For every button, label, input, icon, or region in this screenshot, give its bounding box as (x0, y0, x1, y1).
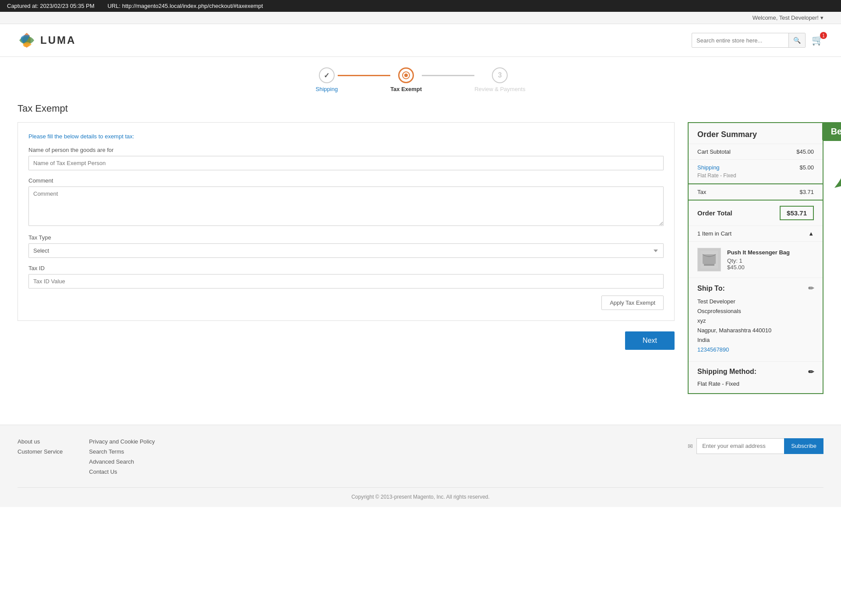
svg-rect-5 (704, 264, 714, 266)
subscribe-button[interactable]: Subscribe (784, 438, 823, 454)
active-step-icon (402, 71, 410, 79)
step-line-1 (338, 75, 390, 76)
tax-id-label: Tax ID (28, 265, 664, 271)
tax-line: Tax $3.71 (688, 183, 823, 201)
ship-address-line: Nagpur, Maharashtra 440010 (697, 326, 814, 335)
step-review-label: Review & Payments (474, 86, 525, 92)
footer-top: About us Customer Service Privacy and Co… (18, 438, 823, 479)
ship-name: Test Developer (697, 297, 814, 306)
step-shipping: ✓ Shipping (316, 67, 338, 92)
summary-relative: Order Summary Cart Subtotal $45.00 Shipp… (688, 122, 823, 394)
person-name-input[interactable] (28, 156, 664, 170)
newsletter-area: ✉ Subscribe (688, 438, 823, 454)
svg-line-6 (839, 144, 841, 183)
footer-links: About us Customer Service Privacy and Co… (18, 438, 155, 479)
search-button[interactable]: 🔍 (788, 33, 805, 47)
comment-label: Comment (28, 177, 664, 184)
newsletter-input[interactable] (696, 438, 784, 454)
footer-contact-link[interactable]: Contact Us (89, 468, 155, 475)
shipping-method-line: Flat Rate - Fixed (689, 172, 823, 183)
ship-to-title: Ship To: (697, 285, 725, 292)
footer-about-link[interactable]: About us (18, 438, 63, 445)
search-input[interactable] (692, 37, 788, 44)
footer-customer-service-link[interactable]: Customer Service (18, 448, 63, 455)
ship-company: Oscprofessionals (697, 306, 814, 316)
footer-col-1: About us Customer Service (18, 438, 63, 479)
next-btn-wrap: Next (18, 331, 675, 350)
footer: About us Customer Service Privacy and Co… (0, 425, 841, 507)
tax-type-label: Tax Type (28, 234, 664, 241)
cart-item-content: Push It Messenger Bag Qty: 1 $45.00 (689, 242, 823, 278)
before-badge: Before (822, 122, 841, 141)
footer-advanced-search-link[interactable]: Advanced Search (89, 458, 155, 465)
logo-icon (18, 31, 36, 49)
tax-id-input[interactable] (28, 274, 664, 289)
ship-country: India (697, 335, 814, 345)
product-qty: Qty: 1 (727, 257, 790, 264)
apply-btn-wrap: Apply Tax Exempt (28, 296, 664, 310)
product-info: Push It Messenger Bag Qty: 1 $45.00 (727, 249, 790, 271)
footer-bottom: Copyright © 2013-present Magento, Inc. A… (18, 487, 823, 500)
items-in-cart-label: 1 Item in Cart (697, 230, 731, 237)
step-taxexempt: Tax Exempt (390, 67, 422, 92)
product-name: Push It Messenger Bag (727, 249, 790, 256)
main-content: Please fill the below details to exempt … (0, 122, 841, 412)
ship-edit-icon[interactable]: ✏ (808, 284, 814, 292)
shipping-method-title-row: Shipping Method: ✏ (697, 368, 814, 376)
shipping-method-value: Flat Rate - Fixed (697, 380, 814, 387)
shipping-method-name: Flat Rate - Fixed (697, 172, 736, 179)
welcome-bar: Welcome, Test Developer! ▾ (0, 12, 841, 24)
capture-url: URL: http://magento245.local/index.php/c… (107, 3, 263, 9)
cart-subtotal-line: Cart Subtotal $45.00 (689, 144, 823, 160)
annotation-arrow (830, 140, 841, 192)
ship-phone[interactable]: 1234567890 (697, 345, 814, 355)
tax-exempt-form-wrap: Please fill the below details to exempt … (18, 122, 675, 350)
welcome-dropdown-icon[interactable]: ▾ (820, 14, 823, 21)
order-summary-title: Order Summary (689, 123, 823, 144)
svg-point-2 (404, 74, 408, 77)
footer-privacy-link[interactable]: Privacy and Cookie Policy (89, 438, 155, 445)
person-name-group: Name of person the goods are for (28, 147, 664, 170)
capture-timestamp: Captured at: 2023/02/23 05:35 PM (7, 3, 94, 9)
step-review: 3 Review & Payments (474, 67, 525, 92)
tax-type-select[interactable]: Select (28, 243, 664, 258)
apply-tax-exempt-button[interactable]: Apply Tax Exempt (601, 296, 664, 310)
person-name-label: Name of person the goods are for (28, 147, 664, 153)
comment-textarea[interactable] (28, 187, 664, 226)
main-header: LUMA 🔍 🛒 1 (0, 24, 841, 57)
form-instruction: Please fill the below details to exempt … (28, 133, 664, 140)
cart-toggle-icon: ▲ (808, 230, 814, 237)
cart-icon[interactable]: 🛒 1 (812, 35, 823, 46)
cart-subtotal-value: $45.00 (796, 148, 814, 155)
footer-col-2: Privacy and Cookie Policy Search Terms A… (89, 438, 155, 479)
ship-to-title-row: Ship To: ✏ (697, 284, 814, 292)
tax-id-group: Tax ID (28, 265, 664, 289)
ship-to-section: Ship To: ✏ Test Developer Oscprofessiona… (689, 278, 823, 362)
logo-text: LUMA (40, 34, 76, 46)
tax-type-group: Tax Type Select (28, 234, 664, 258)
product-thumbnail (697, 248, 721, 271)
step-shipping-circle: ✓ (319, 67, 335, 83)
product-image (700, 251, 718, 268)
footer-search-terms-link[interactable]: Search Terms (89, 448, 155, 455)
ship-city: xyz (697, 316, 814, 326)
page-title: Tax Exempt (0, 97, 841, 122)
tax-label: Tax (697, 189, 706, 195)
next-button[interactable]: Next (625, 331, 675, 350)
search-box: 🔍 (692, 33, 806, 48)
order-summary: Order Summary Cart Subtotal $45.00 Shipp… (688, 122, 823, 394)
order-total-label: Order Total (697, 209, 732, 217)
step-taxexempt-circle (398, 67, 414, 83)
logo-area: LUMA (18, 31, 76, 49)
copyright-text: Copyright © 2013-present Magento, Inc. A… (351, 494, 490, 500)
shipping-value: $5.00 (799, 164, 814, 171)
step-review-circle: 3 (492, 67, 508, 83)
cart-item-toggle[interactable]: 1 Item in Cart ▲ (689, 226, 823, 242)
ship-address: Test Developer Oscprofessionals xyz Nagp… (697, 297, 814, 355)
step-line-2 (422, 75, 474, 76)
svg-marker-7 (834, 179, 841, 188)
form-box: Please fill the below details to exempt … (18, 122, 675, 321)
shipping-method-edit-icon[interactable]: ✏ (808, 368, 814, 376)
step-shipping-label[interactable]: Shipping (316, 86, 338, 92)
order-total-line: Order Total $53.71 (689, 201, 823, 226)
